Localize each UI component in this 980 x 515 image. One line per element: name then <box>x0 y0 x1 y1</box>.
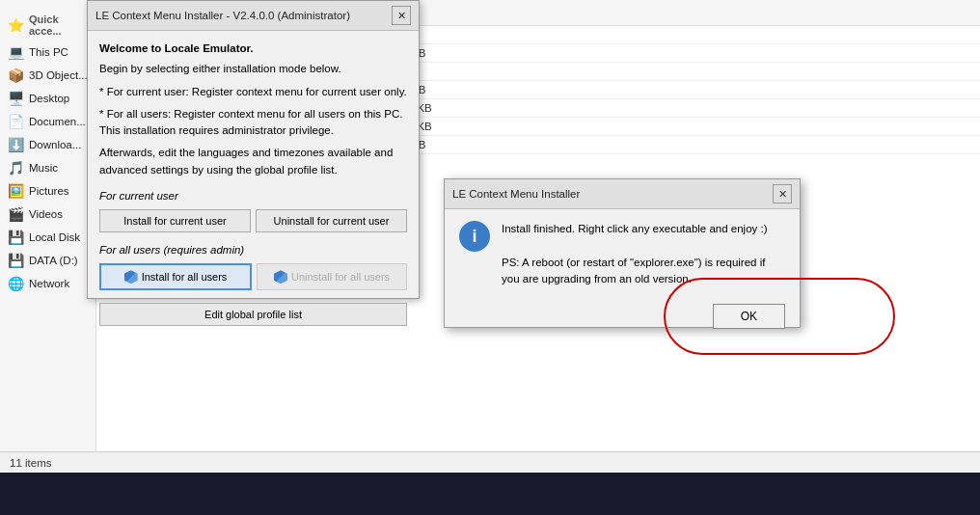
le-instructions: Begin by selecting either installation m… <box>99 61 407 77</box>
sidebar-item-pictures[interactable]: 🖼️ Pictures <box>0 179 95 203</box>
info-dialog: LE Context Menu Installer ✕ i Install fi… <box>444 178 801 328</box>
install-all-users-button[interactable]: Install for all users <box>99 263 252 290</box>
sidebar-item-desktop[interactable]: 🖥️ Desktop <box>0 87 95 110</box>
le-bullet2: * For all users: Register context menu f… <box>99 106 407 140</box>
network-icon: 🌐 <box>8 276 24 291</box>
3d-objects-icon: 📦 <box>8 68 24 83</box>
taskbar <box>0 473 980 515</box>
sidebar-item-3d-objects[interactable]: 📦 3D Object... <box>0 64 95 87</box>
le-welcome-text: Welcome to Locale Emulator. <box>99 41 407 57</box>
sidebar-item-local-disk[interactable]: 💾 Local Disk <box>0 226 95 249</box>
shield-icon <box>124 270 138 284</box>
info-dialog-title: LE Context Menu Installer <box>452 188 580 200</box>
info-icon: i <box>459 221 490 252</box>
le-installer-close-button[interactable]: ✕ <box>392 6 411 25</box>
edit-global-profile-button[interactable]: Edit global profile list <box>99 303 407 326</box>
ok-button[interactable]: OK <box>713 304 785 329</box>
le-installer-titlebar: LE Context Menu Installer - V2.4.0.0 (Ad… <box>88 1 419 31</box>
info-dialog-body: i Install finished. Right click any exec… <box>445 209 800 299</box>
items-count: 11 items <box>10 457 51 469</box>
sidebar: ⭐ Quick acce... 💻 This PC 📦 3D Object...… <box>0 0 96 463</box>
dialog-message-line2: PS: A reboot (or restart of "explorer.ex… <box>502 255 785 288</box>
le-bullet1: * For current user: Register context men… <box>99 84 407 100</box>
all-users-section-label: For all users (requires admin) <box>99 242 407 258</box>
current-user-buttons: Install for current user Uninstall for c… <box>99 209 407 232</box>
all-users-buttons: Install for all users Uninstall for all … <box>99 263 407 290</box>
documents-icon: 📄 <box>8 114 24 129</box>
downloads-icon: ⬇️ <box>8 137 24 152</box>
uninstall-current-user-button[interactable]: Uninstall for current user <box>256 209 407 232</box>
quick-access-icon: ⭐ <box>8 17 24 33</box>
le-installer-title: LE Context Menu Installer - V2.4.0.0 (Ad… <box>95 10 350 21</box>
le-after-text: Afterwards, edit the languages and timez… <box>99 145 407 178</box>
info-dialog-close-button[interactable]: ✕ <box>773 184 792 203</box>
le-installer-content: Welcome to Locale Emulator. Begin by sel… <box>88 31 419 336</box>
current-user-section-label: For current user <box>99 188 407 204</box>
local-disk-icon: 💾 <box>8 230 24 245</box>
desktop-icon: 🖥️ <box>8 91 24 106</box>
data-d-icon: 💾 <box>8 253 24 268</box>
uninstall-all-users-button[interactable]: Uninstall for all users <box>257 263 407 290</box>
sidebar-item-documents[interactable]: 📄 Documen... <box>0 110 95 133</box>
dialog-text: Install finished. Right click any execut… <box>502 221 785 287</box>
shield-icon-uninstall <box>274 270 287 284</box>
sidebar-item-this-pc[interactable]: 💻 This PC <box>0 41 95 64</box>
sidebar-item-downloads[interactable]: ⬇️ Downloa... <box>0 133 95 156</box>
dialog-message-line1: Install finished. Right click any execut… <box>502 221 785 237</box>
this-pc-icon: 💻 <box>8 44 24 60</box>
sidebar-item-quick-access[interactable]: ⭐ Quick acce... <box>0 10 95 41</box>
dialog-footer: OK <box>445 299 800 337</box>
le-installer-window: LE Context Menu Installer - V2.4.0.0 (Ad… <box>87 0 420 299</box>
install-current-user-button[interactable]: Install for current user <box>99 209 251 232</box>
sidebar-item-data-d[interactable]: 💾 DATA (D:) <box>0 249 95 272</box>
pictures-icon: 🖼️ <box>8 183 24 199</box>
info-dialog-titlebar: LE Context Menu Installer ✕ <box>445 179 800 209</box>
music-icon: 🎵 <box>8 160 24 176</box>
status-bar: 11 items <box>0 451 980 473</box>
sidebar-item-videos[interactable]: 🎬 Videos <box>0 203 95 226</box>
videos-icon: 🎬 <box>8 206 24 222</box>
sidebar-item-music[interactable]: 🎵 Music <box>0 156 95 179</box>
sidebar-item-network[interactable]: 🌐 Network <box>0 272 95 295</box>
